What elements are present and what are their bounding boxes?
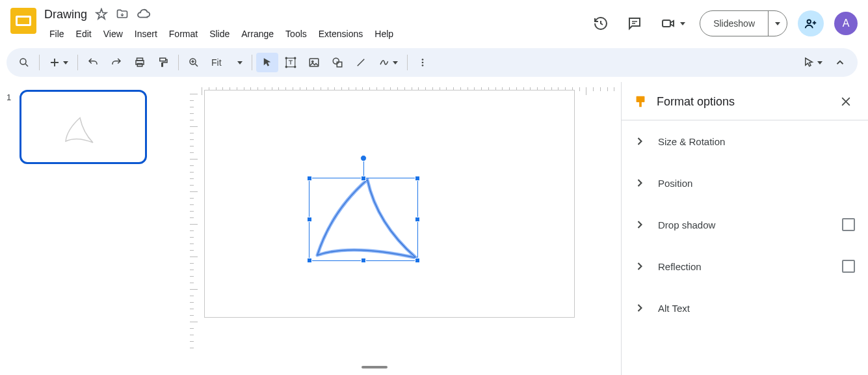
resize-handle-bl[interactable] — [307, 258, 312, 263]
resize-handle-tl[interactable] — [307, 176, 312, 181]
vertical-ruler — [186, 94, 198, 375]
scribble-shape[interactable] — [312, 178, 421, 262]
section-checkbox[interactable] — [842, 218, 855, 231]
chevron-down-icon — [393, 61, 398, 64]
menu-bar: File Edit View Insert Format Slide Arran… — [44, 26, 589, 42]
svg-rect-6 — [160, 58, 166, 61]
svg-rect-0 — [663, 20, 670, 27]
chevron-right-icon — [633, 260, 646, 273]
paint-format-button[interactable] — [152, 53, 174, 72]
thumb-shape-preview — [60, 117, 99, 146]
section-label: Drop shadow — [658, 219, 830, 230]
resize-handle-tm[interactable] — [361, 176, 366, 181]
chevron-down-icon — [237, 61, 243, 64]
section-label: Position — [658, 178, 855, 189]
account-avatar[interactable]: A — [834, 12, 858, 35]
app-logo[interactable] — [10, 8, 36, 34]
section-checkbox[interactable] — [842, 260, 855, 273]
redo-button[interactable] — [105, 53, 127, 72]
chevron-right-icon — [633, 301, 646, 314]
svg-point-11 — [285, 66, 287, 68]
menu-view[interactable]: View — [98, 26, 128, 42]
resize-handle-ml[interactable] — [307, 217, 312, 222]
panel-section-alt-text[interactable]: Alt Text — [622, 287, 868, 329]
app-header: Drawing File Edit View Insert Format Sli… — [0, 0, 868, 48]
menu-edit[interactable]: Edit — [71, 26, 97, 42]
image-tool[interactable] — [303, 53, 325, 72]
svg-point-18 — [421, 62, 423, 64]
pointer-mode-button[interactable] — [798, 53, 828, 72]
format-options-panel: Format options Size & RotationPositionDr… — [621, 82, 868, 375]
menu-format[interactable]: Format — [164, 26, 203, 42]
chevron-right-icon — [633, 218, 646, 231]
slideshow-button-group: Slideshow — [700, 10, 787, 36]
toolbar: Fit — [7, 48, 858, 77]
menu-file[interactable]: File — [44, 26, 70, 42]
undo-button[interactable] — [82, 53, 104, 72]
zoom-select[interactable]: Fit — [206, 55, 248, 70]
section-label: Alt Text — [658, 303, 855, 314]
slideshow-dropdown[interactable] — [768, 11, 787, 36]
slide-thumbnail[interactable] — [20, 90, 147, 164]
selection-box[interactable] — [309, 178, 418, 261]
select-tool[interactable] — [256, 53, 278, 72]
svg-rect-16 — [337, 62, 342, 67]
star-icon[interactable] — [95, 8, 108, 21]
cloud-saved-icon[interactable] — [137, 7, 151, 21]
chevron-down-icon — [63, 61, 68, 64]
panel-section-size-rotation[interactable]: Size & Rotation — [622, 120, 868, 162]
resize-handle-bm[interactable] — [361, 258, 366, 263]
panel-section-reflection[interactable]: Reflection — [622, 245, 868, 287]
chevron-down-icon — [817, 61, 822, 64]
slideshow-button[interactable]: Slideshow — [700, 11, 768, 36]
share-button[interactable] — [798, 10, 824, 36]
chevron-right-icon — [633, 176, 646, 189]
menu-insert[interactable]: Insert — [129, 26, 163, 42]
search-menu-button[interactable] — [13, 53, 35, 72]
document-title[interactable]: Drawing — [44, 8, 87, 21]
format-options-icon — [633, 94, 648, 109]
menu-arrange[interactable]: Arrange — [236, 26, 279, 42]
collapse-toolbar-button[interactable] — [829, 53, 851, 72]
notes-drag-handle[interactable] — [362, 366, 388, 368]
menu-slide[interactable]: Slide — [204, 26, 235, 42]
svg-point-1 — [808, 20, 811, 24]
shape-tool[interactable] — [326, 53, 349, 72]
svg-point-19 — [421, 64, 423, 66]
move-folder-icon[interactable] — [116, 8, 129, 21]
svg-point-9 — [285, 57, 287, 59]
resize-handle-br[interactable] — [415, 258, 420, 263]
svg-rect-20 — [637, 96, 645, 102]
slide-canvas[interactable] — [204, 90, 575, 318]
menu-tools[interactable]: Tools — [280, 26, 312, 42]
menu-help[interactable]: Help — [369, 26, 399, 42]
slide-thumbnails: 1 — [0, 82, 160, 375]
close-panel-button[interactable] — [837, 92, 855, 111]
resize-handle-mr[interactable] — [415, 217, 420, 222]
svg-point-14 — [311, 61, 313, 62]
textbox-tool[interactable] — [280, 53, 302, 72]
svg-point-15 — [333, 58, 339, 64]
svg-point-12 — [294, 66, 295, 68]
resize-handle-tr[interactable] — [415, 176, 420, 181]
menu-extensions[interactable]: Extensions — [313, 26, 368, 42]
new-slide-button[interactable] — [44, 53, 73, 72]
print-button[interactable] — [129, 53, 151, 72]
panel-section-position[interactable]: Position — [622, 162, 868, 204]
panel-section-drop-shadow[interactable]: Drop shadow — [622, 204, 868, 245]
chevron-right-icon — [633, 135, 646, 148]
thumb-number: 1 — [7, 90, 14, 164]
section-label: Reflection — [658, 261, 830, 272]
section-label: Size & Rotation — [658, 136, 855, 147]
panel-title: Format options — [657, 95, 828, 109]
chevron-down-icon — [775, 22, 780, 25]
video-call-icon[interactable] — [657, 12, 689, 35]
zoom-button[interactable] — [183, 53, 205, 72]
line-tool[interactable] — [350, 53, 372, 72]
canvas-area[interactable] — [160, 82, 621, 375]
more-button[interactable] — [412, 53, 434, 72]
comments-icon[interactable] — [623, 12, 646, 35]
history-icon[interactable] — [589, 12, 612, 35]
rotation-handle[interactable] — [360, 155, 367, 161]
scribble-tool[interactable] — [373, 53, 403, 72]
